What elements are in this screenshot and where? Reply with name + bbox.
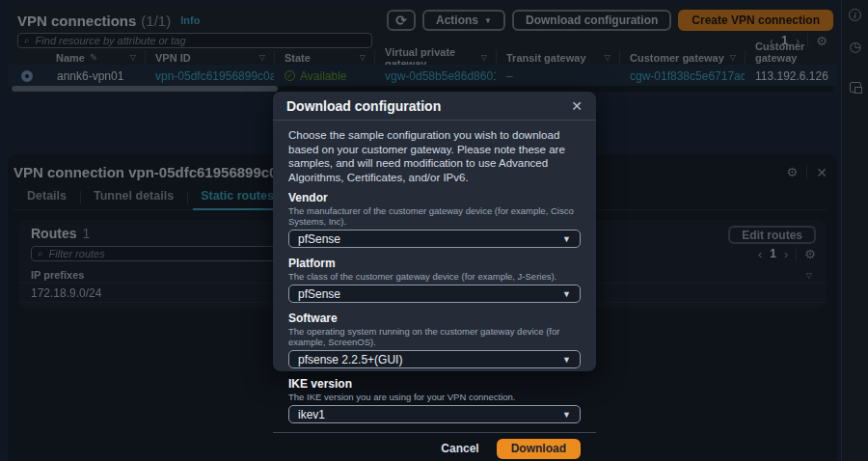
platform-selected-value: pfSense: [298, 287, 340, 301]
modal-header: Download configuration ✕: [273, 92, 596, 121]
chevron-down-icon: ▼: [562, 355, 571, 365]
modal-title: Download configuration: [286, 98, 441, 114]
modal-body: Choose the sample configuration you wish…: [273, 121, 596, 432]
software-field: Software The operating system running on…: [288, 312, 581, 368]
software-description: The operating system running on the cust…: [288, 326, 581, 347]
chevron-down-icon: ▼: [562, 234, 571, 244]
platform-label: Platform: [288, 257, 581, 270]
modal-footer: Cancel Download: [273, 432, 596, 461]
download-button[interactable]: Download: [497, 439, 581, 459]
software-selected-value: pfsense 2.2.5+(GUI): [298, 353, 402, 366]
vendor-select[interactable]: pfSense ▼: [288, 230, 581, 248]
vendor-selected-value: pfSense: [298, 232, 340, 246]
platform-field: Platform The class of the customer gatew…: [288, 257, 581, 303]
vpn-console-screen: VPN connections (1/1) Info ⟳ Actions▼ Do…: [0, 0, 868, 461]
modal-description: Choose the sample configuration you wish…: [288, 128, 581, 184]
ike-version-description: The IKE version you are using for your V…: [288, 392, 581, 402]
ike-version-label: IKE version: [288, 377, 581, 391]
ike-version-field: IKE version The IKE version you are usin…: [288, 377, 581, 423]
platform-description: The class of the customer gateway device…: [288, 271, 581, 282]
chevron-down-icon: ▼: [562, 289, 571, 299]
download-configuration-modal: Download configuration ✕ Choose the samp…: [273, 92, 596, 371]
ike-version-select[interactable]: ikev1 ▼: [288, 405, 581, 423]
close-icon[interactable]: ✕: [571, 98, 583, 114]
ike-version-selected-value: ikev1: [298, 408, 325, 421]
vendor-field: Vendor The manufacturer of the customer …: [288, 191, 581, 248]
software-select[interactable]: pfsense 2.2.5+(GUI) ▼: [288, 350, 581, 368]
chevron-down-icon: ▼: [562, 410, 571, 420]
software-label: Software: [288, 312, 581, 325]
vendor-label: Vendor: [288, 191, 581, 204]
platform-select[interactable]: pfSense ▼: [288, 285, 581, 303]
cancel-button[interactable]: Cancel: [441, 442, 478, 455]
vendor-description: The manufacturer of the customer gateway…: [288, 205, 581, 227]
